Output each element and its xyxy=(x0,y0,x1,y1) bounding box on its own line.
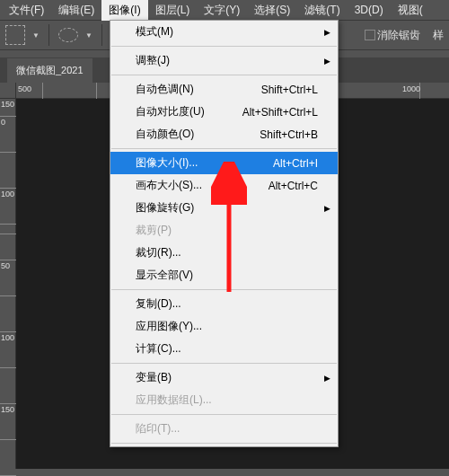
menu-item-reveal-all[interactable]: 显示全部(V) xyxy=(110,264,338,286)
menu-separator xyxy=(111,363,337,364)
separator xyxy=(48,24,49,46)
submenu-arrow-icon: ▶ xyxy=(324,57,330,66)
menu-item-apply-image[interactable]: 应用图像(Y)... xyxy=(110,315,338,338)
menu-separator xyxy=(111,46,337,47)
menu-item-auto-tone[interactable]: 自动色调(N)Shift+Ctrl+L xyxy=(110,78,338,101)
menu-separator xyxy=(111,75,337,75)
menu-item-variables[interactable]: 变量(B)▶ xyxy=(110,366,338,389)
separator xyxy=(101,24,102,46)
marquee-ellipse-icon[interactable] xyxy=(58,28,78,42)
menu-file[interactable]: 文件(F) xyxy=(2,0,51,21)
menu-3d[interactable]: 3D(D) xyxy=(348,1,391,19)
menu-view[interactable]: 视图( xyxy=(391,0,430,21)
menubar: 文件(F) 编辑(E) 图像(I) 图层(L) 文字(Y) 选择(S) 滤镜(T… xyxy=(0,0,449,20)
style-option[interactable]: 样 xyxy=(433,28,444,43)
menu-edit[interactable]: 编辑(E) xyxy=(51,0,101,21)
menu-separator xyxy=(111,148,337,149)
menu-item-auto-contrast[interactable]: 自动对比度(U)Alt+Shift+Ctrl+L xyxy=(110,101,338,123)
menu-separator xyxy=(111,414,337,415)
menu-item-mode[interactable]: 模式(M)▶ xyxy=(110,21,338,43)
menu-item-calculations[interactable]: 计算(C)... xyxy=(110,338,338,360)
antialias-option[interactable]: 消除锯齿 xyxy=(365,28,420,43)
ruler-vertical[interactable]: 150 0 100 50 100 150 xyxy=(0,99,16,469)
document-tab[interactable]: 微信截图_2021 xyxy=(7,58,92,83)
menu-item-apply-data-set: 应用数据组(L)... xyxy=(110,389,338,411)
menu-item-canvas-size[interactable]: 画布大小(S)...Alt+Ctrl+C xyxy=(110,174,338,197)
submenu-arrow-icon: ▶ xyxy=(324,28,330,37)
menu-item-image-size[interactable]: 图像大小(I)...Alt+Ctrl+I xyxy=(110,152,338,174)
menu-item-duplicate[interactable]: 复制(D)... xyxy=(110,293,338,315)
ruler-corner xyxy=(0,83,16,99)
menu-separator xyxy=(111,289,337,290)
submenu-arrow-icon: ▶ xyxy=(324,374,330,383)
menu-item-trap: 陷印(T)... xyxy=(110,418,338,440)
menu-item-auto-color[interactable]: 自动颜色(O)Shift+Ctrl+B xyxy=(110,123,338,145)
marquee-rect-icon[interactable] xyxy=(5,25,25,45)
menu-layer[interactable]: 图层(L) xyxy=(148,0,198,21)
chevron-down-icon[interactable]: ▼ xyxy=(85,31,92,40)
submenu-arrow-icon: ▶ xyxy=(324,204,330,213)
menu-filter[interactable]: 滤镜(T) xyxy=(297,0,347,21)
menu-item-crop: 裁剪(P) xyxy=(110,219,338,242)
menu-item-trim[interactable]: 裁切(R)... xyxy=(110,242,338,264)
menu-select[interactable]: 选择(S) xyxy=(247,0,297,21)
menu-type[interactable]: 文字(Y) xyxy=(197,0,247,21)
chevron-down-icon[interactable]: ▼ xyxy=(32,31,40,40)
checkbox-icon xyxy=(365,30,375,40)
menu-separator xyxy=(111,443,337,444)
menu-item-adjustments[interactable]: 调整(J)▶ xyxy=(110,49,338,72)
menu-item-image-rotation[interactable]: 图像旋转(G)▶ xyxy=(110,197,338,219)
menu-image[interactable]: 图像(I) xyxy=(101,0,147,21)
image-menu-dropdown: 模式(M)▶ 调整(J)▶ 自动色调(N)Shift+Ctrl+L 自动对比度(… xyxy=(110,20,339,447)
